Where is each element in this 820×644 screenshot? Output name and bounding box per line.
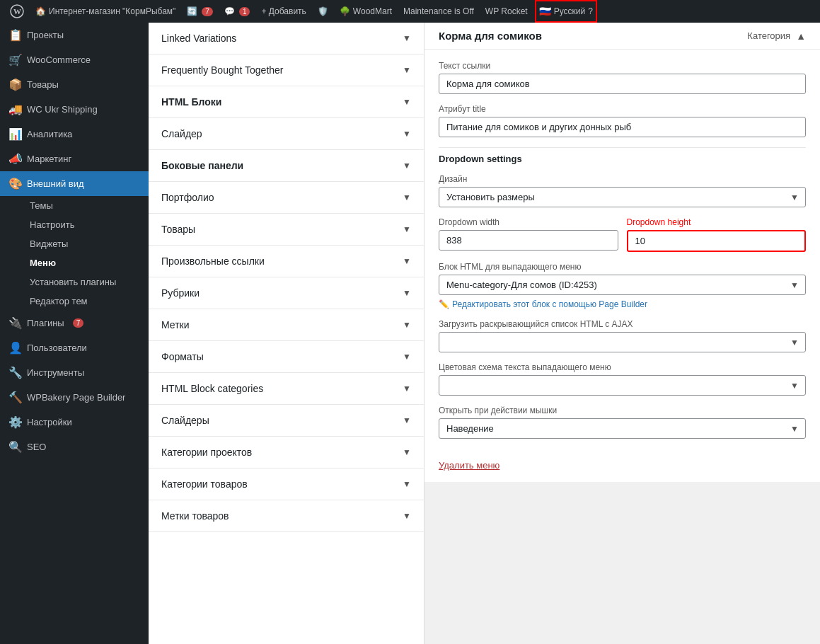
sidebar-sub-theme-editor[interactable]: Редактор тем — [8, 292, 149, 311]
menu-item-project-categories[interactable]: Категории проектов ▼ — [149, 437, 424, 468]
delete-menu-label: Удалить меню — [439, 460, 499, 471]
chevron-down-icon: ▼ — [403, 97, 411, 107]
menu-item-tags[interactable]: Метки ▼ — [149, 309, 424, 341]
menu-item-linked-variations[interactable]: Linked Variations ▼ — [149, 23, 424, 54]
ajax-select-wrapper: ▼ — [439, 332, 806, 352]
ajax-select[interactable] — [439, 332, 806, 352]
woodmart-icon: 🌳 — [340, 6, 350, 16]
color-scheme-select[interactable] — [439, 375, 806, 396]
comments-button[interactable]: 💬 1 — [220, 0, 255, 23]
menu-item-frequently-bought[interactable]: Frequently Bought Together ▼ — [149, 54, 424, 86]
edit-page-builder-link[interactable]: ✏️ Редактировать этот блок с помощью Pag… — [439, 299, 647, 309]
menu-item-label: Frequently Bought Together — [161, 64, 284, 76]
link-text-input[interactable] — [439, 74, 806, 94]
wprocket-button[interactable]: WP Rocket — [481, 0, 532, 23]
sidebar-label-analytics: Аналитика — [27, 129, 72, 139]
design-select[interactable]: Установить размеры — [439, 187, 806, 207]
right-panel: Корма для сомиков Категория ▲ Текст ссыл… — [425, 23, 820, 644]
flag-icon: 🇷🇺 — [539, 6, 551, 17]
sidebar-item-settings[interactable]: ⚙️ Настройки — [0, 410, 149, 435]
sidebar-item-woocommerce[interactable]: 🛒 WooCommerce — [0, 47, 149, 72]
sidebar-sub-appearance: Темы Настроить Виджеты Меню Установить п… — [0, 196, 149, 311]
updates-button[interactable]: 🔄 7 — [183, 0, 217, 23]
sidebar-item-projects[interactable]: 📋 Проекты — [0, 23, 149, 47]
menu-item-product-categories[interactable]: Категории товаров ▼ — [149, 468, 424, 500]
open-on-select[interactable]: Наведение — [439, 418, 806, 439]
title-attr-input[interactable] — [439, 117, 806, 137]
delete-menu-link[interactable]: Удалить меню — [439, 460, 499, 471]
ajax-field-group: Загрузить раскрывающийся список HTML с A… — [439, 319, 806, 352]
maintenance-label: Maintenance is Off — [403, 6, 474, 16]
chevron-down-icon: ▼ — [403, 192, 411, 202]
add-button[interactable]: + Добавить — [257, 0, 310, 23]
html-block-select[interactable]: Menu-category-Для сомов (ID:4253) — [439, 275, 806, 295]
sidebar-sub-widgets[interactable]: Виджеты — [8, 234, 149, 253]
dropdown-width-input[interactable] — [439, 230, 618, 251]
wpbakery-icon: 🔨 — [8, 391, 21, 404]
woocommerce-icon: 🛒 — [8, 53, 21, 67]
users-icon: 👤 — [8, 341, 21, 355]
sidebar-label-settings: Настройки — [27, 417, 72, 427]
help-icon[interactable]: ? — [588, 6, 593, 16]
chevron-down-icon: ▼ — [403, 479, 411, 489]
dropdown-height-input[interactable] — [627, 230, 807, 252]
sidebar-item-appearance[interactable]: 🎨 Внешний вид — [0, 171, 149, 196]
menu-item-goods[interactable]: Товары ▼ — [149, 214, 424, 246]
menu-item-custom-links[interactable]: Произвольные ссылки ▼ — [149, 246, 424, 277]
sidebar-label-marketing: Маркетинг — [27, 154, 71, 164]
plugins-icon: 🔌 — [8, 316, 21, 330]
form-section: Текст ссылки Атрибут title Dropdown sett… — [425, 50, 820, 482]
sidebar-item-analytics[interactable]: 📊 Аналитика — [0, 122, 149, 146]
menu-item-html-block-categories[interactable]: HTML Block categories ▼ — [149, 373, 424, 405]
chevron-down-icon: ▼ — [403, 129, 411, 139]
design-select-wrapper: Установить размеры ▼ — [439, 187, 806, 207]
sidebar-sub-themes[interactable]: Темы — [8, 196, 149, 215]
menu-item-portfolio[interactable]: Портфолио ▼ — [149, 182, 424, 214]
dropdown-height-label: Dropdown height — [627, 217, 807, 227]
menu-item-sliders[interactable]: Слайдеры ▼ — [149, 405, 424, 437]
menu-item-html-blocks[interactable]: HTML Блоки ▼ — [149, 86, 424, 118]
menu-item-label: Товары — [161, 224, 195, 235]
html-block-label: Блок HTML для выпадающего меню — [439, 262, 806, 272]
menu-item-product-tags[interactable]: Метки товаров ▼ — [149, 500, 424, 532]
dropdown-settings-section: Dropdown settings — [439, 154, 806, 164]
menu-item-label: Форматы — [161, 351, 204, 362]
appearance-icon: 🎨 — [8, 177, 21, 190]
maintenance-button[interactable]: Maintenance is Off — [399, 0, 478, 23]
menu-item-categories[interactable]: Рубрики ▼ — [149, 277, 424, 309]
menu-item-label: Произвольные ссылки — [161, 255, 265, 267]
menu-item-label: HTML Block categories — [161, 383, 263, 394]
sidebar-item-users[interactable]: 👤 Пользователи — [0, 335, 149, 360]
edit-link-label: Редактировать этот блок с помощью Page B… — [452, 299, 647, 309]
chevron-down-icon: ▼ — [403, 256, 411, 266]
lang-label: Русский — [554, 6, 586, 16]
menu-item-formats[interactable]: Форматы ▼ — [149, 341, 424, 373]
shield-icon-button[interactable]: 🛡️ — [313, 0, 333, 23]
collapse-icon[interactable]: ▲ — [796, 30, 806, 42]
menu-item-sidebars[interactable]: Боковые панели ▼ — [149, 150, 424, 182]
link-text-label: Текст ссылки — [439, 61, 806, 71]
woodmart-button[interactable]: 🌳 WoodMart — [335, 0, 396, 23]
svg-text:W: W — [13, 7, 21, 16]
language-button[interactable]: 🇷🇺 Русский ? — [535, 0, 597, 23]
sidebar-item-products[interactable]: 📦 Товары — [0, 72, 149, 97]
sidebar-item-tools[interactable]: 🔧 Инструменты — [0, 360, 149, 385]
chevron-down-icon: ▼ — [403, 384, 411, 393]
sidebar-item-wpbakery[interactable]: 🔨 WPBakery Page Builder — [0, 385, 149, 410]
sidebar-item-seo[interactable]: 🔍 SEO — [0, 435, 149, 459]
settings-icon: ⚙️ — [8, 415, 21, 429]
sidebar-sub-install-plugins[interactable]: Установить плагины — [8, 272, 149, 292]
sidebar-sub-menus[interactable]: Меню — [8, 253, 149, 272]
chevron-down-icon: ▼ — [403, 65, 411, 75]
link-text-field-group: Текст ссылки — [439, 61, 806, 94]
sidebar-item-wc-ukr-shipping[interactable]: 🚚 WC Ukr Shipping — [0, 97, 149, 122]
sidebar-item-marketing[interactable]: 📣 Маркетинг — [0, 146, 149, 171]
menu-item-slider[interactable]: Слайдер ▼ — [149, 118, 424, 150]
menu-item-label: Слайдер — [161, 128, 202, 139]
chevron-down-icon: ▼ — [403, 33, 411, 43]
wp-logo-button[interactable]: W — [6, 0, 28, 23]
sidebar-sub-customize[interactable]: Настроить — [8, 215, 149, 234]
sidebar-item-plugins[interactable]: 🔌 Плагины 7 — [0, 311, 149, 335]
category-title: Корма для сомиков — [439, 30, 542, 42]
site-name-button[interactable]: 🏠 Интернет-магазин "КормРыбам" — [31, 0, 180, 23]
